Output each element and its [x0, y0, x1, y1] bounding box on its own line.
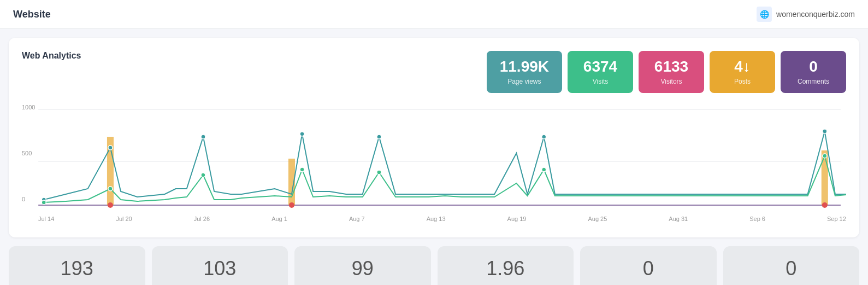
bottom-stat-value: 0	[732, 257, 851, 280]
svg-point-21	[542, 167, 546, 172]
svg-point-15	[823, 129, 827, 133]
x-label: Sep 12	[827, 216, 846, 222]
x-label: Jul 14	[38, 216, 54, 222]
x-label: Aug 31	[669, 216, 688, 222]
svg-point-11	[201, 135, 205, 139]
stat-card-value: 6374	[581, 59, 620, 75]
svg-point-17	[108, 187, 113, 191]
stat-card-label: Page views	[500, 78, 549, 85]
svg-point-19	[300, 167, 304, 172]
bottom-stat-value: 193	[17, 257, 137, 280]
bottom-stat-posts-per-week: 0 Posts per week	[580, 246, 717, 285]
top-bar-right: 🌐 womenconquerbiz.com	[757, 7, 855, 22]
svg-point-8	[822, 202, 828, 208]
x-axis: Jul 14 Jul 20 Jul 26 Aug 1 Aug 7 Aug 13 …	[22, 213, 846, 222]
y-label-500: 500	[22, 150, 35, 156]
stat-card-label: Posts	[723, 78, 762, 85]
svg-point-6	[108, 202, 113, 208]
stat-card-visits: 6374 Visits	[568, 51, 633, 93]
analytics-title: Web Analytics	[22, 51, 81, 61]
stat-card-value: 4↓	[723, 59, 762, 75]
line-chart	[22, 104, 846, 213]
svg-rect-5	[822, 150, 828, 205]
stat-card-posts: 4↓ Posts	[710, 51, 775, 93]
bottom-stat-comments-per-post: 0 Comments per post	[723, 246, 860, 285]
x-label: Aug 25	[588, 216, 607, 222]
svg-point-18	[201, 173, 205, 177]
svg-point-7	[289, 202, 294, 208]
top-bar: Website 🌐 womenconquerbiz.com	[0, 0, 868, 29]
bottom-stat-value: 103	[161, 257, 280, 280]
stat-card-label: Visits	[581, 78, 620, 85]
bottom-stat-page-views-per-visitor: 1.96 Page views per visitor	[438, 246, 574, 285]
main-analytics-card: Web Analytics 11.99K Page views 6374 Vis…	[9, 38, 859, 237]
stat-card-value: 0	[794, 59, 833, 75]
bottom-stat-value: 1.96	[446, 257, 565, 280]
svg-point-10	[108, 146, 113, 150]
chart-container: 1000 500 0	[22, 104, 846, 224]
bottom-stat-value: 0	[589, 257, 708, 280]
svg-point-13	[377, 135, 381, 139]
bottom-stat-daily-visits: 103 Daily visits	[152, 246, 288, 285]
svg-point-20	[377, 170, 381, 175]
y-label-0: 0	[22, 196, 35, 202]
svg-point-22	[823, 154, 827, 158]
page-title: Website	[13, 9, 51, 20]
x-label: Jul 20	[116, 216, 132, 222]
x-label: Aug 1	[271, 216, 287, 222]
stat-card-label: Comments	[794, 78, 833, 85]
svg-point-16	[42, 200, 46, 205]
y-axis: 1000 500 0	[22, 104, 35, 202]
stat-card-visitors: 6133 Visitors	[639, 51, 704, 93]
bottom-stat-value: 99	[303, 257, 422, 280]
x-label: Aug 19	[507, 216, 527, 222]
x-label: Jul 26	[194, 216, 210, 222]
x-label: Sep 6	[749, 216, 765, 222]
svg-point-14	[542, 135, 546, 139]
stat-card-comments: 0 Comments	[781, 51, 846, 93]
stat-card-page-views: 11.99K Page views	[487, 51, 562, 93]
stat-card-label: Visitors	[652, 78, 691, 85]
bottom-stats: 193 Daily page views 103 Daily visits 99…	[9, 246, 859, 285]
x-label: Aug 13	[427, 216, 446, 222]
bottom-stat-daily-page-views: 193 Daily page views	[9, 246, 145, 285]
y-label-1000: 1000	[22, 104, 35, 110]
svg-point-12	[300, 132, 304, 136]
site-name: womenconquerbiz.com	[776, 10, 855, 19]
bottom-stat-daily-visitors: 99 Daily visitors	[294, 246, 431, 285]
site-favicon: 🌐	[757, 7, 772, 22]
stat-card-value: 6133	[652, 59, 691, 75]
stat-cards: 11.99K Page views 6374 Visits 6133 Visit…	[487, 51, 846, 93]
analytics-header: Web Analytics 11.99K Page views 6374 Vis…	[22, 51, 846, 93]
stat-card-value: 11.99K	[500, 59, 549, 75]
x-label: Aug 7	[349, 216, 365, 222]
